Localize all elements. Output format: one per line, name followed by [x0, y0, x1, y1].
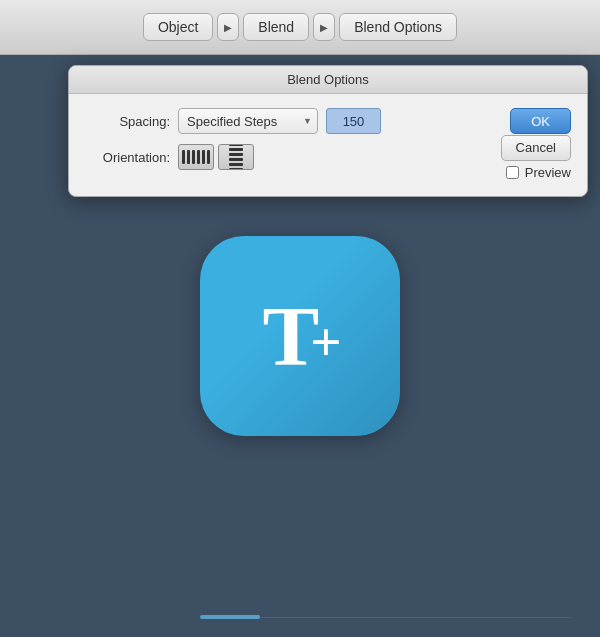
arrow1-icon: ▶ — [224, 22, 232, 33]
scroll-line — [260, 617, 570, 618]
orientation-path-icon[interactable] — [218, 144, 254, 170]
orientation-row: Orientation: — [85, 144, 481, 170]
icon-text: T + — [262, 287, 337, 385]
preview-label: Preview — [525, 165, 571, 180]
scroll-thumb[interactable] — [200, 615, 260, 619]
spacing-row: Spacing: Smooth Color Specified Steps Sp… — [85, 108, 481, 134]
cancel-button[interactable]: Cancel — [501, 135, 571, 161]
dialog-content: Spacing: Smooth Color Specified Steps Sp… — [85, 108, 571, 180]
arrow2-icon: ▶ — [320, 22, 328, 33]
toolbar: Object ▶ Blend ▶ Blend Options — [0, 0, 600, 55]
dialog-title: Blend Options — [69, 66, 587, 94]
spacing-select-wrapper[interactable]: Smooth Color Specified Steps Specified D… — [178, 108, 318, 134]
dialog-fields: Spacing: Smooth Color Specified Steps Sp… — [85, 108, 481, 180]
object-button[interactable]: Object — [143, 13, 213, 41]
preview-checkbox[interactable] — [506, 166, 519, 179]
blend-options-button[interactable]: Blend Options — [339, 13, 457, 41]
app-icon: T + — [200, 236, 400, 436]
orientation-align-icon[interactable] — [178, 144, 214, 170]
comb-pattern-2 — [229, 144, 243, 170]
icon-plus: + — [310, 310, 337, 373]
steps-input[interactable] — [326, 108, 381, 134]
blend-options-dialog: Blend Options Spacing: Smooth Color Spec… — [68, 65, 588, 197]
spacing-select[interactable]: Smooth Color Specified Steps Specified D… — [178, 108, 318, 134]
canvas-area: Blend Options Spacing: Smooth Color Spec… — [0, 55, 600, 637]
horizontal-scrollbar[interactable] — [200, 615, 570, 619]
blend-button[interactable]: Blend — [243, 13, 309, 41]
ok-button[interactable]: OK — [510, 108, 571, 134]
preview-row: Preview — [506, 165, 571, 180]
dialog-body: Spacing: Smooth Color Specified Steps Sp… — [69, 94, 587, 196]
arrow1[interactable]: ▶ — [217, 13, 239, 41]
orientation-label: Orientation: — [85, 150, 170, 165]
app-icon-container: T + — [200, 236, 400, 436]
spacing-label: Spacing: — [85, 114, 170, 129]
right-section: OK Cancel Preview — [481, 108, 571, 180]
arrow2[interactable]: ▶ — [313, 13, 335, 41]
comb-pattern-1 — [182, 150, 210, 164]
icon-letter-t: T — [262, 287, 315, 385]
